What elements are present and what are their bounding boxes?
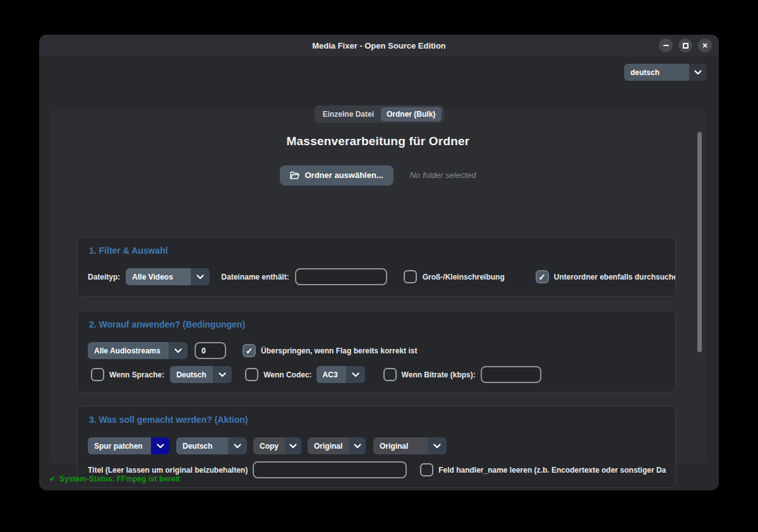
checkmark-icon: ✓ [246,346,253,355]
title-bar[interactable]: Media Fixer - Open Source Edition ✕ [39,35,719,56]
folder-status-text: No folder selected [410,170,476,180]
language-select-value: deutsch [624,64,689,81]
section-conditions-title: 2. Worauf anwenden? (Bedingungen) [89,319,245,329]
language-select[interactable]: deutsch [624,64,707,81]
skip-if-correct-checkbox[interactable]: ✓ [243,344,256,357]
action-select-value: Spur patchen [88,437,151,454]
action-channels-value: Original [373,437,428,454]
action-language-select[interactable]: Deutsch [176,437,247,454]
select-folder-label: Ordner auswählen... [304,170,383,180]
subfolder-checkbox[interactable]: ✓ [536,270,549,283]
chevron-down-icon [191,268,210,285]
maximize-icon [683,43,689,49]
status-bar: ✔ System-Status: FFmpeg ist bereit [49,475,180,483]
chevron-down-icon [349,437,366,454]
stream-index-input[interactable] [195,342,226,359]
action-channels-select[interactable]: Original [373,437,447,454]
case-sensitive-checkbox[interactable] [404,270,417,283]
condition-bitrate-checkbox[interactable] [383,368,397,381]
status-text: System-Status: FFmpeg ist bereit [59,475,180,483]
filename-label: Dateiname enthält: [221,273,289,281]
tab-folder-bulk[interactable]: Ordner (Bulk) [381,107,441,121]
chevron-down-icon [689,64,707,81]
condition-bitrate-label: Wenn Bitrate (kbps): [402,370,476,379]
action-select[interactable]: Spur patchen [88,437,170,454]
section-filter-title: 1. Filter & Auswahl [89,245,168,256]
chevron-down-icon [428,437,447,454]
chevron-down-icon [228,437,247,454]
condition-language-checkbox[interactable] [91,368,104,381]
condition-bitrate-input[interactable] [481,366,541,383]
condition-language-value: Deutsch [170,366,213,383]
filetype-label: Dateityp: [88,273,120,281]
stream-target-value: Alle Audiostreams [88,342,169,359]
skip-if-correct-label: Überspringen, wenn Flag bereits korrekt … [261,346,417,355]
chevron-down-icon [346,366,365,383]
condition-codec-checkbox[interactable] [245,368,258,381]
tab-bar: Einzelne Datei Ordner (Bulk) [315,105,444,123]
app-window: Media Fixer - Open Source Edition ✕ deut… [39,35,719,490]
conditions-row-1: Alle Audiostreams ✓ Überspringen, wenn F… [88,342,417,359]
action-bitrate-select[interactable]: Original [308,437,366,454]
section-action-title: 3. Was soll gemacht werden? (Aktion) [89,415,248,425]
stream-target-select[interactable]: Alle Audiostreams [88,342,188,359]
condition-codec-value: AC3 [316,366,346,383]
action-codec-value: Copy [253,437,285,454]
filetype-select-value: Alle Videos [126,268,191,285]
filetype-select[interactable]: Alle Videos [126,268,210,285]
title-input[interactable] [253,461,407,478]
section-conditions: 2. Worauf anwenden? (Bedingungen) Alle A… [77,310,676,393]
checkmark-icon: ✓ [538,273,546,281]
main-panel: Massenverarbeitung für Ordner Ordner aus… [51,109,706,464]
select-folder-button[interactable]: Ordner auswählen... [280,165,393,186]
page-title: Massenverarbeitung für Ordner [51,134,706,148]
close-icon: ✕ [702,42,707,49]
desktop-background: Media Fixer - Open Source Edition ✕ deut… [0,0,758,532]
chevron-down-icon [285,437,301,454]
action-language-value: Deutsch [176,437,228,454]
folder-select-row: Ordner auswählen... No folder selected [51,165,706,186]
filter-row: Dateityp: Alle Videos Dateiname enthält:… [88,268,676,285]
title-field-label: Titel (Leer lassen um original beizubeha… [88,466,248,475]
tab-single-file[interactable]: Einzelne Datei [317,107,380,121]
action-bitrate-value: Original [308,437,349,454]
handler-name-label: Feld handler_name leeren (z.b. Encoderte… [438,466,666,475]
section-filter: 1. Filter & Auswahl Dateityp: Alle Video… [77,237,676,297]
condition-language-select[interactable]: Deutsch [170,366,232,383]
window-title: Media Fixer - Open Source Edition [312,41,446,50]
action-codec-select[interactable]: Copy [253,437,301,454]
conditions-row-2: Wenn Sprache: Deutsch Wenn Codec: AC3 [91,366,541,383]
window-controls: ✕ [659,38,712,52]
chevron-down-icon [151,437,170,454]
filename-input[interactable] [295,268,387,285]
close-button[interactable]: ✕ [698,38,712,52]
condition-codec-label: Wenn Codec: [263,370,311,379]
action-row-1: Spur patchen Deutsch Copy [88,437,447,454]
chevron-down-icon [169,342,188,359]
minimize-button[interactable] [659,38,673,52]
condition-language-label: Wenn Sprache: [109,370,164,379]
handler-name-checkbox[interactable] [420,463,433,476]
chevron-down-icon [213,366,232,383]
minimize-icon [663,45,669,46]
folder-icon [290,171,299,180]
condition-codec-select[interactable]: AC3 [316,366,365,383]
case-sensitive-label: Groß-/Kleinschreibung [423,273,505,281]
status-check-icon: ✔ [49,475,56,483]
maximize-button[interactable] [678,38,692,52]
subfolder-label: Unterordner ebenfalls durchsuchen [554,273,676,281]
